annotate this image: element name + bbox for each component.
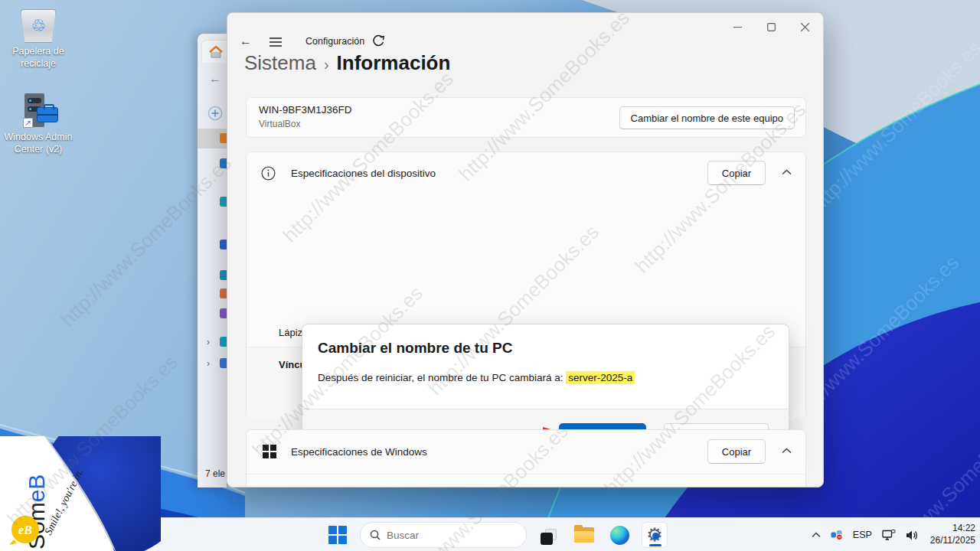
windows-start-icon	[328, 526, 347, 544]
dialog-title: Cambiar el nombre de tu PC	[318, 340, 512, 357]
tray-overflow-chevron-icon[interactable]	[812, 532, 821, 538]
new-item-icon[interactable]	[207, 106, 223, 121]
expand-chevron-icon[interactable]: ›	[207, 337, 210, 347]
new-pc-name-highlight: server-2025-a	[566, 371, 635, 384]
desktop-icon-recycle-bin[interactable]: ♲ Papelera de reciclaje	[2, 9, 75, 70]
breadcrumb: Sistema › Información	[244, 51, 450, 75]
page-title: Información	[337, 51, 451, 75]
desktop-screen: ♲ Papelera de reciclaje ↗ Windows Admin …	[0, 0, 980, 551]
tray-clock[interactable]: 14:22 26/11/2025	[930, 523, 975, 546]
windows-logo-icon	[263, 445, 276, 458]
expand-chevron-icon[interactable]: ›	[207, 358, 210, 369]
hamburger-menu-icon[interactable]	[269, 37, 283, 47]
device-vendor: VirtualBox	[259, 119, 300, 129]
settings-nav-row: ← Configuración	[227, 33, 823, 53]
windows-specs-card: Especificaciones de Windows Copiar Edici…	[246, 429, 806, 487]
section-title: Especificaciones de Windows	[291, 446, 427, 458]
breadcrumb-parent[interactable]: Sistema	[244, 51, 316, 75]
copy-device-specs-button[interactable]: Copiar	[707, 161, 766, 185]
explorer-back-icon[interactable]: ←	[209, 72, 221, 86]
start-button[interactable]	[325, 522, 351, 548]
folder-icon	[574, 527, 594, 543]
info-icon	[261, 166, 276, 181]
admin-center-icon: ↗	[17, 93, 60, 129]
app-title: Configuración	[305, 36, 364, 47]
language-indicator[interactable]: ESP	[853, 530, 872, 540]
copy-windows-specs-button[interactable]: Copiar	[707, 439, 766, 464]
device-name: WIN-9BF3M1J36FD	[259, 104, 352, 116]
device-specs-card: Especificaciones del dispositivo Copiar …	[246, 152, 806, 418]
tray-date: 26/11/2025	[930, 535, 975, 547]
edition-label: Edición	[279, 485, 312, 487]
running-app-indicator	[649, 544, 662, 546]
refresh-icon[interactable]	[371, 34, 385, 48]
taskbar-search[interactable]	[360, 522, 527, 548]
edge-browser-button[interactable]	[606, 522, 632, 548]
chevron-up-icon[interactable]	[782, 169, 792, 175]
search-icon	[370, 530, 381, 540]
edition-value: Windows Server 2025 Standard	[432, 485, 573, 487]
section-title: Especificaciones del dispositivo	[291, 168, 436, 179]
somebooks-ribbon: Smile!, you're in. SomeB eB	[0, 436, 161, 551]
task-view-button[interactable]	[536, 522, 562, 548]
network-icon[interactable]	[882, 530, 896, 541]
file-explorer-window[interactable]: ← › › 7 ele	[198, 34, 227, 487]
edge-icon	[610, 526, 629, 545]
explorer-selected-item[interactable]	[198, 129, 227, 148]
dialog-body-text: Después de reiniciar, el nombre de tu PC…	[318, 372, 566, 383]
rename-pc-button[interactable]: Cambiar el nombre de este equipo	[619, 106, 795, 129]
dialog-body: Después de reiniciar, el nombre de tu PC…	[318, 372, 635, 383]
divider	[247, 474, 805, 474]
settings-app-button[interactable]: ⚙	[642, 522, 668, 548]
speaker-icon[interactable]	[906, 530, 920, 541]
tray-time: 14:22	[930, 523, 975, 535]
device-name-card: WIN-9BF3M1J36FD VirtualBox Cambiar el no…	[246, 97, 806, 138]
svg-text:eB: eB	[18, 523, 32, 536]
breadcrumb-separator-icon: ›	[316, 56, 337, 73]
home-icon	[209, 46, 223, 58]
desktop-icon-admin-center[interactable]: ↗ Windows Admin Center (v2)	[2, 93, 75, 155]
tray-device-status-icon[interactable]	[831, 530, 843, 540]
task-view-icon	[539, 524, 559, 546]
search-input[interactable]	[387, 530, 501, 541]
file-explorer-button[interactable]	[571, 522, 597, 548]
desktop-icon-label: Windows Admin Center (v2)	[2, 132, 75, 155]
desktop-icon-label: Papelera de reciclaje	[2, 46, 75, 70]
back-icon[interactable]: ←	[240, 34, 252, 48]
shortcut-arrow-icon: ↗	[23, 118, 33, 128]
settings-window: ← Configuración Sistema › Información WI…	[227, 12, 824, 487]
chevron-up-icon[interactable]	[782, 448, 792, 454]
recycle-bin-icon: ♲	[21, 9, 56, 43]
